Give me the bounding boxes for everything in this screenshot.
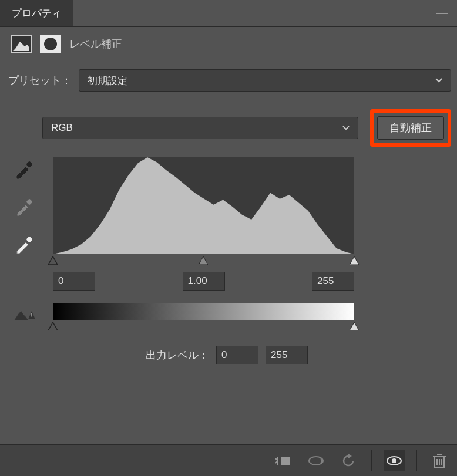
preset-label: プリセット： — [8, 73, 72, 87]
preset-select[interactable]: 初期設定 — [79, 69, 451, 92]
svg-marker-6 — [53, 157, 354, 254]
histogram-icon — [13, 40, 29, 51]
chevron-down-icon — [342, 126, 350, 130]
output-gradient — [53, 303, 354, 320]
auto-button[interactable]: 自動補正 — [377, 116, 444, 140]
svg-point-8 — [309, 457, 323, 465]
channel-select[interactable]: RGB — [42, 117, 358, 139]
panel-tab-label: プロパティ — [12, 6, 62, 20]
svg-point-10 — [392, 458, 396, 463]
toggle-visibility-icon[interactable] — [384, 450, 405, 471]
input-gamma-value: 1.00 — [188, 275, 207, 287]
output-black-handle[interactable] — [48, 322, 58, 330]
delete-icon[interactable] — [429, 450, 450, 471]
panel-menu-icon[interactable] — [428, 0, 457, 26]
reset-icon[interactable] — [338, 450, 359, 471]
auto-button-label: 自動補正 — [389, 121, 432, 135]
output-black-field[interactable]: 0 — [216, 346, 258, 364]
tab-bar-empty — [73, 0, 428, 26]
svg-rect-3 — [26, 236, 32, 242]
output-black-value: 0 — [221, 349, 227, 361]
view-previous-icon[interactable] — [305, 450, 327, 471]
input-gamma-field[interactable]: 1.00 — [183, 272, 225, 291]
black-slider-handle[interactable] — [48, 256, 58, 265]
histogram-chart — [53, 157, 354, 254]
svg-rect-2 — [26, 198, 32, 205]
histogram-svg — [53, 157, 354, 254]
chevron-down-icon — [435, 78, 442, 83]
input-black-field[interactable]: 0 — [53, 272, 95, 291]
white-point-eyedropper-icon[interactable] — [14, 235, 34, 255]
input-white-field[interactable]: 255 — [312, 272, 354, 291]
auto-button-highlight: 自動補正 — [370, 109, 451, 147]
input-slider-track[interactable] — [53, 255, 354, 266]
svg-text:!: ! — [31, 313, 33, 319]
clip-to-layer-icon[interactable] — [273, 450, 294, 471]
adjustment-title: レベル補正 — [69, 37, 122, 51]
panel-tab[interactable]: プロパティ — [0, 0, 73, 26]
preset-value: 初期設定 — [88, 74, 127, 87]
output-white-handle[interactable] — [350, 322, 359, 330]
svg-rect-1 — [26, 161, 32, 167]
circle-icon — [44, 38, 57, 50]
svg-rect-7 — [281, 457, 290, 465]
channel-value: RGB — [51, 122, 73, 134]
black-point-eyedropper-icon[interactable] — [14, 160, 34, 180]
input-white-value: 255 — [317, 275, 334, 287]
gamma-slider-handle[interactable] — [199, 256, 208, 265]
footer-divider — [416, 450, 417, 471]
output-slider-track[interactable] — [53, 321, 354, 332]
input-black-value: 0 — [58, 275, 63, 287]
clip-warning-icon[interactable]: ! — [14, 308, 38, 324]
svg-marker-4 — [14, 311, 28, 320]
layer-mask-icon[interactable] — [40, 35, 61, 53]
output-white-value: 255 — [271, 349, 287, 361]
gray-point-eyedropper-icon[interactable] — [14, 197, 34, 217]
levels-adjustment-icon[interactable] — [11, 35, 32, 53]
output-label: 出力レベル： — [146, 348, 209, 362]
svg-marker-0 — [13, 42, 29, 51]
hamburger-icon — [436, 13, 448, 14]
white-slider-handle[interactable] — [350, 256, 359, 265]
output-white-field[interactable]: 255 — [266, 346, 308, 364]
footer-divider — [371, 450, 372, 471]
